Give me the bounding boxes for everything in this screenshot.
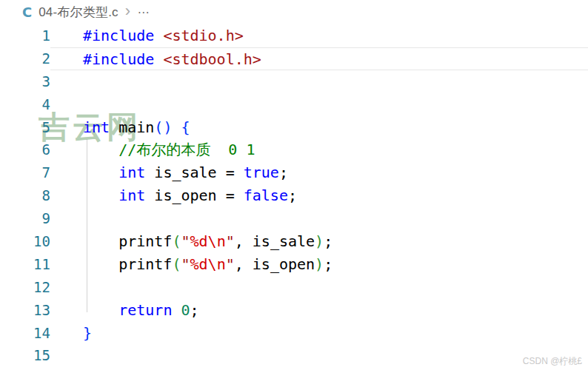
code-token bbox=[83, 164, 118, 181]
csdn-watermark: CSDN @柠桃£ bbox=[523, 355, 582, 368]
code-text[interactable]: #include <stdio.h> bbox=[50, 24, 588, 47]
code-token: main bbox=[110, 118, 154, 136]
code-text[interactable] bbox=[50, 70, 588, 93]
code-token: 0 bbox=[181, 301, 190, 319]
line-number[interactable]: 13 bbox=[0, 299, 50, 322]
code-token: , is_sale bbox=[235, 232, 315, 250]
code-token: ; bbox=[190, 301, 199, 319]
code-text[interactable] bbox=[50, 207, 588, 230]
code-token: %d\n bbox=[190, 255, 226, 273]
code-token: #include bbox=[83, 27, 154, 44]
code-editor[interactable]: 吉云网 1#include <stdio.h>2#include <stdboo… bbox=[0, 24, 588, 367]
code-token: ) bbox=[315, 255, 324, 273]
code-token: " bbox=[226, 232, 235, 250]
code-line[interactable]: 11 printf("%d\n", is_open); bbox=[0, 253, 588, 276]
code-token: " bbox=[181, 232, 190, 250]
code-text[interactable]: return 0; bbox=[50, 299, 588, 322]
code-line[interactable]: 4 bbox=[0, 93, 588, 116]
code-token bbox=[154, 50, 163, 68]
code-line[interactable]: 7 int is_sale = true; bbox=[0, 161, 588, 184]
code-line[interactable]: 2#include <stdbool.h> bbox=[0, 47, 588, 70]
code-token: return bbox=[118, 301, 172, 319]
breadcrumb-file-name[interactable]: 04-布尔类型.c bbox=[39, 4, 118, 21]
code-token: ( bbox=[172, 232, 181, 250]
line-number[interactable]: 10 bbox=[0, 230, 50, 253]
code-token: int bbox=[118, 164, 145, 181]
code-token: ; bbox=[324, 255, 333, 273]
code-token bbox=[172, 118, 181, 136]
code-token: ( bbox=[172, 255, 181, 273]
line-number[interactable]: 12 bbox=[0, 276, 50, 299]
c-language-file-icon: C bbox=[22, 4, 32, 20]
code-text[interactable]: int is_sale = true; bbox=[50, 161, 588, 184]
code-line[interactable]: 6 //布尔的本质 0 1 bbox=[0, 138, 588, 161]
code-token bbox=[172, 301, 181, 319]
code-text[interactable] bbox=[50, 344, 588, 367]
code-token: int bbox=[83, 118, 110, 136]
line-number[interactable]: 5 bbox=[0, 116, 50, 139]
code-lines: 1#include <stdio.h>2#include <stdbool.h>… bbox=[0, 24, 588, 367]
line-number[interactable]: 11 bbox=[0, 253, 50, 276]
code-line[interactable]: 1#include <stdio.h> bbox=[0, 24, 588, 47]
code-line[interactable]: 8 int is_open = false; bbox=[0, 184, 588, 207]
code-token: " bbox=[226, 255, 235, 273]
line-number[interactable]: 4 bbox=[0, 93, 50, 116]
code-line[interactable]: 3 bbox=[0, 70, 588, 93]
code-line[interactable]: 10 printf("%d\n", is_sale); bbox=[0, 230, 588, 253]
code-token: int bbox=[118, 186, 145, 204]
code-token bbox=[83, 301, 118, 319]
code-token: { bbox=[181, 118, 190, 136]
breadcrumb-symbol-ellipsis[interactable]: … bbox=[137, 2, 150, 17]
code-text[interactable]: printf("%d\n", is_sale); bbox=[50, 230, 588, 253]
line-number[interactable]: 6 bbox=[0, 138, 50, 161]
code-text[interactable] bbox=[50, 276, 588, 299]
code-token: <stdio.h> bbox=[163, 27, 243, 44]
code-token: #include bbox=[83, 50, 154, 68]
code-text[interactable]: } bbox=[50, 322, 588, 345]
code-token bbox=[154, 27, 163, 44]
line-number[interactable]: 2 bbox=[0, 47, 50, 70]
breadcrumb: C 04-布尔类型.c › … bbox=[0, 0, 588, 24]
code-line[interactable]: 13 return 0; bbox=[0, 299, 588, 322]
line-number[interactable]: 3 bbox=[0, 70, 50, 93]
code-text[interactable]: int main() { bbox=[50, 116, 588, 139]
code-token: false bbox=[244, 186, 288, 204]
code-text[interactable] bbox=[50, 93, 588, 116]
line-number[interactable]: 7 bbox=[0, 161, 50, 184]
code-token: " bbox=[181, 255, 190, 273]
chevron-right-icon: › bbox=[125, 3, 130, 19]
code-token: ) bbox=[315, 232, 324, 250]
code-line[interactable]: 15 bbox=[0, 344, 588, 367]
code-token bbox=[83, 186, 118, 204]
code-token bbox=[83, 141, 118, 158]
code-line[interactable]: 14} bbox=[0, 322, 588, 345]
code-text[interactable]: #include <stdbool.h> bbox=[50, 47, 588, 70]
code-token: <stdbool.h> bbox=[163, 50, 261, 68]
code-text[interactable]: int is_open = false; bbox=[50, 184, 588, 207]
code-token: %d\n bbox=[190, 232, 226, 250]
code-token: //布尔的本质 0 1 bbox=[118, 141, 255, 158]
code-text[interactable]: //布尔的本质 0 1 bbox=[50, 138, 588, 161]
line-number[interactable]: 15 bbox=[0, 344, 50, 367]
code-text[interactable]: printf("%d\n", is_open); bbox=[50, 253, 588, 276]
code-token: () bbox=[154, 118, 172, 136]
code-token: printf bbox=[83, 232, 172, 250]
code-line[interactable]: 9 bbox=[0, 207, 588, 230]
code-line[interactable]: 12 bbox=[0, 276, 588, 299]
code-token: , is_open bbox=[235, 255, 315, 273]
code-token: ; bbox=[324, 232, 333, 250]
code-token: ; bbox=[279, 164, 288, 181]
line-number[interactable]: 9 bbox=[0, 207, 50, 230]
code-token: ; bbox=[288, 186, 297, 204]
code-line[interactable]: 5int main() { bbox=[0, 116, 588, 139]
line-number[interactable]: 14 bbox=[0, 322, 50, 345]
code-token: true bbox=[244, 164, 279, 181]
code-token: printf bbox=[83, 255, 172, 273]
line-number[interactable]: 8 bbox=[0, 184, 50, 207]
line-number[interactable]: 1 bbox=[0, 24, 50, 47]
code-token: is_open = bbox=[145, 186, 243, 204]
code-token: is_sale = bbox=[145, 164, 243, 181]
code-token: } bbox=[83, 324, 92, 342]
